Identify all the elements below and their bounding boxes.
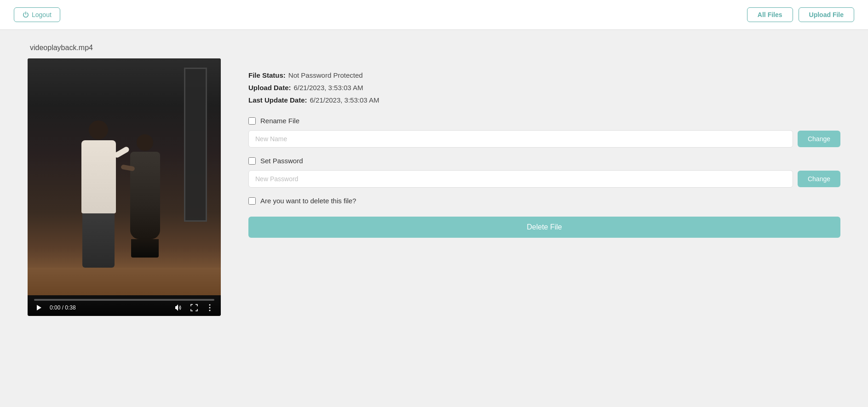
svg-point-3 xyxy=(209,310,211,311)
video-container: 0:00 / 0:38 xyxy=(28,58,221,316)
rename-change-button[interactable]: Change xyxy=(798,131,840,147)
password-label-text: Set Password xyxy=(260,157,303,165)
password-input-row: Change xyxy=(248,170,840,188)
rename-input[interactable] xyxy=(248,130,793,148)
delete-button-label: Delete File xyxy=(527,223,562,231)
left-section: videoplayback.mp4 xyxy=(28,44,221,316)
volume-icon xyxy=(175,304,182,311)
controls-left: 0:00 / 0:38 xyxy=(34,303,76,312)
upload-date-label: Upload Date: xyxy=(248,84,291,92)
delete-section: Are you want to delete this file? Delete… xyxy=(248,197,840,238)
upload-date-line: Upload Date: 6/21/2023, 3:53:03 AM xyxy=(248,84,840,92)
more-options-button[interactable] xyxy=(205,303,214,312)
rename-checkbox-label[interactable]: Rename File xyxy=(248,117,840,125)
password-checkbox[interactable] xyxy=(248,157,256,165)
play-icon xyxy=(35,304,42,311)
delete-label-text: Are you want to delete this file? xyxy=(260,197,356,205)
last-update-label: Last Update Date: xyxy=(248,96,307,104)
progress-bar[interactable] xyxy=(34,299,214,301)
svg-point-1 xyxy=(209,304,211,306)
logout-button[interactable]: Logout xyxy=(14,7,60,22)
upload-file-label: Upload File xyxy=(809,11,844,18)
delete-checkbox-label[interactable]: Are you want to delete this file? xyxy=(248,197,840,205)
header: Logout All Files Upload File xyxy=(0,0,868,30)
file-status-value: Not Password Protected xyxy=(288,71,363,79)
file-name: videoplayback.mp4 xyxy=(30,44,221,52)
password-input[interactable] xyxy=(248,170,793,188)
fullscreen-icon xyxy=(190,304,198,311)
password-change-button[interactable]: Change xyxy=(798,171,840,187)
rename-change-label: Change xyxy=(808,135,830,143)
time-display: 0:00 / 0:38 xyxy=(50,304,76,311)
fullscreen-button[interactable] xyxy=(190,303,199,312)
rename-label-text: Rename File xyxy=(260,117,299,125)
upload-file-button[interactable]: Upload File xyxy=(799,7,854,22)
svg-point-2 xyxy=(209,307,211,309)
more-icon xyxy=(206,304,213,311)
all-files-label: All Files xyxy=(758,11,782,18)
delete-file-button[interactable]: Delete File xyxy=(248,217,840,238)
controls-right xyxy=(174,303,214,312)
controls-row: 0:00 / 0:38 xyxy=(34,303,214,312)
file-status-label: File Status: xyxy=(248,71,286,79)
rename-input-row: Change xyxy=(248,130,840,148)
header-right: All Files Upload File xyxy=(747,7,854,22)
power-icon xyxy=(23,11,29,18)
video-controls: 0:00 / 0:38 xyxy=(28,295,221,316)
rename-checkbox[interactable] xyxy=(248,117,256,125)
password-section: Set Password Change xyxy=(248,157,840,188)
file-info-block: File Status: Not Password Protected Uplo… xyxy=(248,71,840,104)
password-change-label: Change xyxy=(808,175,830,183)
file-status-line: File Status: Not Password Protected xyxy=(248,71,840,79)
delete-checkbox[interactable] xyxy=(248,197,256,205)
main-content: videoplayback.mp4 xyxy=(0,30,868,330)
right-section: File Status: Not Password Protected Uplo… xyxy=(248,44,840,247)
password-checkbox-label[interactable]: Set Password xyxy=(248,157,840,165)
play-button[interactable] xyxy=(34,303,43,312)
video-preview xyxy=(28,58,221,295)
header-left: Logout xyxy=(14,7,60,22)
logout-label: Logout xyxy=(32,11,52,18)
volume-button[interactable] xyxy=(174,303,183,312)
last-update-value: 6/21/2023, 3:53:03 AM xyxy=(310,96,379,104)
all-files-button[interactable]: All Files xyxy=(747,7,793,22)
svg-marker-0 xyxy=(37,305,41,310)
rename-section: Rename File Change xyxy=(248,117,840,148)
upload-date-value: 6/21/2023, 3:53:03 AM xyxy=(294,84,363,92)
last-update-line: Last Update Date: 6/21/2023, 3:53:03 AM xyxy=(248,96,840,104)
